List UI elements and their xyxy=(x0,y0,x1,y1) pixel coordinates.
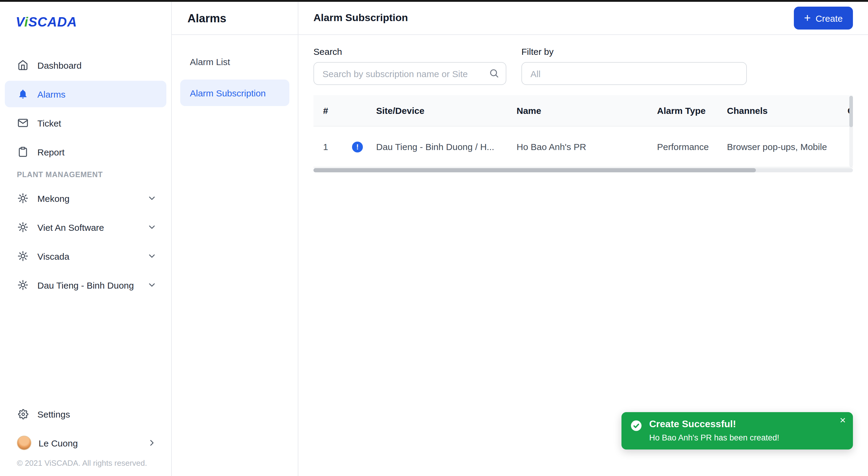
filter-by-label: Filter by xyxy=(521,46,747,57)
subnav-item-label: Alarm Subscription xyxy=(190,88,266,98)
user-name: Le Cuong xyxy=(38,438,78,448)
subnav-list: Alarm List Alarm Subscription xyxy=(172,35,298,106)
sidebar-item-alarms[interactable]: Alarms xyxy=(5,81,166,107)
create-button[interactable]: + Create xyxy=(794,7,853,30)
col-header-channels: Channels xyxy=(717,95,838,126)
main-header: Alarm Subscription + Create xyxy=(299,2,868,35)
sidebar-item-label: Mekong xyxy=(37,193,70,203)
toast-title: Create Successful! xyxy=(649,418,779,430)
sidebar-item-label: Viet An Software xyxy=(37,222,104,232)
logo-part-scada: SCADA xyxy=(28,14,77,30)
cell-site-device: Dau Tieng - Binh Duong / H... xyxy=(367,126,507,167)
sun-icon xyxy=(17,251,29,261)
check-circle-icon xyxy=(630,419,643,443)
sidebar-plant-mekong[interactable]: Mekong xyxy=(5,185,166,212)
vertical-scrollbar[interactable] xyxy=(849,96,853,167)
sun-icon xyxy=(17,280,29,290)
subnav-title: Alarms xyxy=(187,11,282,26)
horizontal-scrollbar-thumb[interactable] xyxy=(313,168,756,172)
cell-name: Ho Bao Anh's PR xyxy=(507,126,647,167)
sidebar-item-label: Alarms xyxy=(37,89,65,99)
chevron-right-icon xyxy=(147,438,157,448)
search-icon xyxy=(489,68,499,81)
user-profile-row[interactable]: Le Cuong xyxy=(5,431,166,455)
copyright-text: © 2021 ViSCADA. All rights reserved. xyxy=(17,458,171,468)
filter-by-input[interactable] xyxy=(521,62,747,85)
col-header-name: Name xyxy=(507,95,647,126)
home-icon xyxy=(17,60,29,70)
logo-part-v: V xyxy=(16,14,24,30)
sidebar-item-dashboard[interactable]: Dashboard xyxy=(5,52,166,78)
sidebar-item-settings[interactable]: Settings xyxy=(5,401,166,427)
filter-by-group: Filter by xyxy=(521,46,747,85)
clipboard-icon xyxy=(17,147,29,157)
sun-icon xyxy=(17,193,29,204)
filters-bar: Search Filter by xyxy=(313,46,853,85)
col-header-alarm-type: Alarm Type xyxy=(647,95,717,126)
search-label: Search xyxy=(313,46,506,57)
chevron-down-icon xyxy=(147,193,157,203)
chevron-down-icon xyxy=(147,280,157,290)
sun-icon xyxy=(17,222,29,232)
sidebar-item-label: Dau Tieng - Binh Duong xyxy=(37,280,134,290)
cell-channels: Browser pop-ups, Mobile xyxy=(717,126,838,167)
sidebar-item-label: Ticket xyxy=(37,118,61,128)
app-logo[interactable]: ViSCADA xyxy=(0,2,171,32)
page-title: Alarm Subscription xyxy=(313,12,408,24)
sidebar: ViSCADA Dashboard Alarms xyxy=(0,2,172,476)
sidebar-plant-dau-tieng-binh-duong[interactable]: Dau Tieng - Binh Duong xyxy=(5,272,166,298)
sidebar-menu: Dashboard Alarms Ticket xyxy=(0,52,171,301)
sidebar-item-label: Report xyxy=(37,147,64,157)
cell-status: ! xyxy=(342,126,367,167)
table-header-row: # Site/Device Name Alarm Type Channels C xyxy=(313,95,853,126)
subscription-table-area: # Site/Device Name Alarm Type Channels C… xyxy=(313,95,853,172)
col-header-status xyxy=(342,95,367,126)
plus-icon: + xyxy=(804,12,811,23)
toast-body: Create Successful! Ho Bao Anh's PR has b… xyxy=(649,418,779,443)
gear-icon xyxy=(17,409,29,419)
col-header-site-device: Site/Device xyxy=(367,95,507,126)
sidebar-item-label: Dashboard xyxy=(37,60,82,70)
table-row[interactable]: 1 ! Dau Tieng - Binh Duong / H... Ho Bao… xyxy=(313,126,853,167)
chevron-down-icon xyxy=(147,251,157,261)
toast-message: Ho Bao Anh's PR has been created! xyxy=(649,433,779,443)
alert-info-icon[interactable]: ! xyxy=(352,141,363,152)
close-icon[interactable]: × xyxy=(840,415,846,425)
sidebar-item-label: Viscada xyxy=(37,251,69,261)
alarms-subnav: Alarms Alarm List Alarm Subscription xyxy=(172,2,299,476)
sidebar-plant-viscada[interactable]: Viscada xyxy=(5,243,166,269)
sidebar-bottom: Settings Le Cuong © 2021 ViSCADA. All ri… xyxy=(0,401,171,476)
sidebar-item-ticket[interactable]: Ticket xyxy=(5,110,166,136)
sidebar-item-report[interactable]: Report xyxy=(5,138,166,165)
main-content: Alarm Subscription + Create Search xyxy=(299,2,868,476)
cell-index: 1 xyxy=(313,126,342,167)
sidebar-plant-viet-an-software[interactable]: Viet An Software xyxy=(5,214,166,241)
col-header-index: # xyxy=(313,95,342,126)
vertical-scrollbar-thumb[interactable] xyxy=(849,96,853,127)
mail-icon xyxy=(17,118,29,128)
horizontal-scrollbar[interactable] xyxy=(313,168,853,172)
search-input[interactable] xyxy=(313,62,506,85)
avatar xyxy=(17,436,31,450)
cell-alarm-type: Performance xyxy=(647,126,717,167)
subnav-item-alarm-subscription[interactable]: Alarm Subscription xyxy=(180,80,289,106)
plant-management-section-label: PLANT MANAGEMENT xyxy=(17,170,171,179)
sidebar-item-label: Settings xyxy=(37,409,70,419)
create-button-label: Create xyxy=(815,13,843,23)
bell-icon xyxy=(17,89,29,99)
subnav-item-label: Alarm List xyxy=(190,56,230,67)
subnav-header: Alarms xyxy=(172,2,298,35)
logo-part-i: i xyxy=(24,14,28,30)
subscription-table: # Site/Device Name Alarm Type Channels C… xyxy=(313,95,853,167)
chevron-down-icon xyxy=(147,222,157,232)
subnav-item-alarm-list[interactable]: Alarm List xyxy=(180,48,289,75)
search-group: Search xyxy=(313,46,506,85)
success-toast: Create Successful! Ho Bao Anh's PR has b… xyxy=(621,412,853,449)
